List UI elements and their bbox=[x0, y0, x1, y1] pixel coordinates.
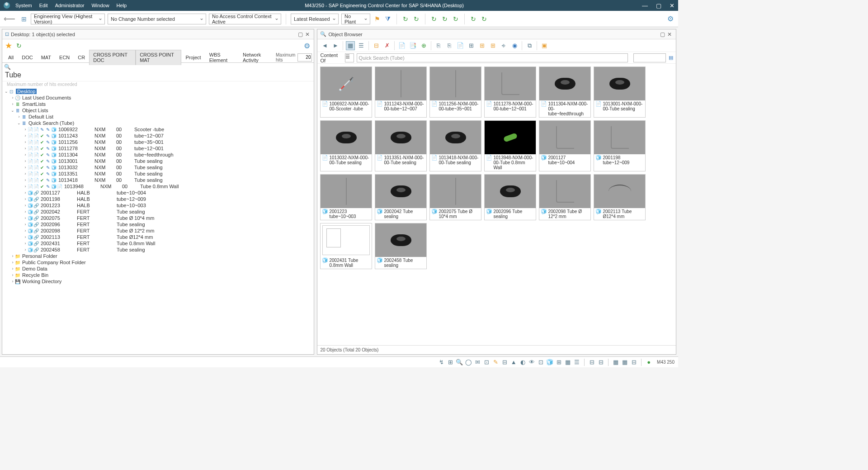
tab-doc[interactable]: DOC bbox=[18, 52, 37, 62]
sb-icon-3[interactable]: 🔍 bbox=[456, 359, 463, 366]
thumbnail[interactable]: 🧊2002096 Tube sealing bbox=[484, 174, 536, 220]
tree-row[interactable]: ›📁Recycle Bin bbox=[2, 272, 314, 278]
ob-close-icon[interactable]: ✕ bbox=[666, 31, 673, 38]
tree-row[interactable]: ›📄📄✔✎🧊📄1013948NXM00Tube 0.8mm Wall bbox=[2, 183, 314, 190]
thumbnail[interactable]: 📄1011304-NXM-000-00-tube~feedthrough bbox=[539, 66, 591, 118]
tree-row[interactable]: ›📄📄✔✎🧊1013418NXM00Tube sealing bbox=[2, 177, 314, 183]
link-icon[interactable]: ↻ bbox=[15, 42, 23, 50]
sb-icon-1[interactable]: ↯ bbox=[438, 359, 445, 366]
ob-maximize-icon[interactable]: ▢ bbox=[659, 31, 666, 38]
sb-icon-16[interactable]: ☰ bbox=[573, 359, 580, 366]
tree-row[interactable]: ›🧊🔗2002096FERTTube sealing bbox=[2, 221, 314, 228]
ob-tool-6-icon[interactable]: ⊞ bbox=[488, 41, 497, 50]
sb-icon-18[interactable]: ⊟ bbox=[597, 359, 604, 366]
ob-compare-icon[interactable]: ⧉ bbox=[525, 41, 534, 50]
favorite-icon[interactable]: ★ bbox=[5, 41, 12, 51]
tree-row[interactable]: ›📄📄✔✎🧊1011243NXM00tube~12~007 bbox=[2, 133, 314, 139]
ob-globe-icon[interactable]: ◉ bbox=[510, 41, 519, 50]
tree-row[interactable]: ›📄📄✔✎🧊1013001NXM00Tube sealing bbox=[2, 158, 314, 164]
sb-icon-21[interactable]: ⊟ bbox=[630, 359, 637, 366]
menu-help[interactable]: Help bbox=[117, 3, 127, 8]
thumbnail[interactable]: 🧊2002098 Tube Ø 12*2 mm bbox=[539, 174, 591, 220]
ob-stack-icon[interactable]: ▣ bbox=[540, 41, 549, 50]
ob-add-icon[interactable]: ⊕ bbox=[419, 41, 428, 50]
thumbnail[interactable]: 📄1013418-NXM-000-00-Tube sealing bbox=[429, 120, 481, 171]
refresh-b-icon[interactable]: ↻ bbox=[412, 15, 420, 23]
menu-window[interactable]: Window bbox=[91, 3, 109, 8]
tree-row[interactable]: ›📄📄✔✎🧊1011304NXM00tube~feedthrough bbox=[2, 152, 314, 158]
thumbnail[interactable]: 🧊2001223 tube~10~003 bbox=[320, 174, 372, 220]
tree-row[interactable]: ›🧊🔗2002113FERTTube Ø12*4 mm bbox=[2, 234, 314, 240]
action-5-icon[interactable]: ↻ bbox=[480, 15, 488, 23]
thumbnail[interactable]: 🧊2002431 Tube 0.8mm Wall bbox=[320, 223, 372, 269]
sb-icon-14[interactable]: ⊞ bbox=[555, 359, 562, 366]
tree-row[interactable]: ›🧊🔗2002075FERTTube Ø 10*4 mm bbox=[2, 215, 314, 221]
ob-breadcrumb-icon[interactable]: ☰ bbox=[345, 53, 354, 62]
thumbnail[interactable]: 🧊2002075 Tube Ø 10*4 mm bbox=[429, 174, 481, 220]
ob-nav-fwd-icon[interactable]: ► bbox=[331, 41, 340, 50]
thumbnail[interactable]: 📄1013001-NXM-000-00-Tube sealing bbox=[594, 66, 646, 118]
action-3-icon[interactable]: ↻ bbox=[452, 15, 460, 23]
ob-tool-7-icon[interactable]: ⎆ bbox=[499, 41, 508, 50]
ob-tool-3-icon[interactable]: 📄 bbox=[456, 41, 465, 50]
action-4-icon[interactable]: ↻ bbox=[469, 15, 477, 23]
thumbnail[interactable]: 🧊2002113 Tube Ø12*4 mm bbox=[594, 174, 646, 220]
tree-row[interactable]: ›🧊🔗2002098FERTTube Ø 12*2 mm bbox=[2, 228, 314, 234]
tree-row[interactable]: ›📁Public Company Root Folder bbox=[2, 259, 314, 266]
thumbnail[interactable]: 🧊2002042 Tube sealing bbox=[375, 174, 427, 220]
access-context-select[interactable]: No Access Control Context Active bbox=[209, 14, 281, 24]
minimize-button[interactable]: — bbox=[642, 2, 648, 9]
maximize-button[interactable]: ▢ bbox=[656, 2, 661, 9]
sb-icon-7[interactable]: ✎ bbox=[492, 359, 499, 366]
ob-tool-1-icon[interactable]: ⎘ bbox=[434, 41, 443, 50]
ob-doc-action-icon[interactable]: 📑 bbox=[408, 41, 417, 50]
thumbnail[interactable]: 🧊2001198 tube~12~009 bbox=[594, 120, 646, 171]
thumbnail[interactable]: 📄1011256-NXM-000-00-tube~35~001 bbox=[429, 66, 481, 118]
tree-row[interactable]: ›🧊🔗2001127HALBtube~10~004 bbox=[2, 190, 314, 196]
view-select[interactable]: Engineering View (Highest Version) bbox=[31, 14, 105, 24]
search-input[interactable] bbox=[4, 70, 303, 80]
plant-select[interactable]: No Plant bbox=[341, 14, 370, 24]
tree-row[interactable]: ›📄📄✔✎🧊1013032NXM00Tube sealing bbox=[2, 164, 314, 171]
flag-icon[interactable]: ⚑ bbox=[373, 15, 381, 23]
ob-view-toggle-icon[interactable]: ▤ bbox=[669, 55, 673, 61]
tree-row[interactable]: ⌄⊡Desktop bbox=[2, 88, 314, 95]
tree-row[interactable]: ›≣SmartLists bbox=[2, 101, 314, 107]
ob-quick-search[interactable]: Quick Search (Tube) bbox=[357, 53, 628, 62]
sb-icon-13[interactable]: 🧊 bbox=[546, 359, 553, 366]
tree-row[interactable]: ⌄≣Quick Search (Tube) bbox=[2, 120, 314, 126]
thumbnail[interactable]: 🧊2002458 Tube sealing bbox=[375, 223, 427, 269]
sb-icon-10[interactable]: ◐ bbox=[519, 359, 526, 366]
ob-check-icon[interactable]: ✗ bbox=[382, 41, 392, 50]
tab-project[interactable]: Project bbox=[181, 52, 205, 62]
tree-row[interactable]: ›🧊🔗2002431FERTTube 0.8mm Wall bbox=[2, 240, 314, 247]
thumbnail[interactable]: 📄1013032-NXM-000-00-Tube sealing bbox=[320, 120, 372, 171]
tree-row[interactable]: ⌄≣Object Lists bbox=[2, 107, 314, 114]
ob-tool-5-icon[interactable]: ⊞ bbox=[477, 41, 486, 50]
tab-ecn[interactable]: ECN bbox=[55, 52, 74, 62]
sb-icon-8[interactable]: ⊟ bbox=[501, 359, 508, 366]
ob-new-doc-icon[interactable]: 📄 bbox=[397, 41, 406, 50]
tree-row[interactable]: ›🧊🔗2001223HALBtube~10~003 bbox=[2, 202, 314, 209]
sb-icon-9[interactable]: ▲ bbox=[510, 359, 517, 366]
action-2-icon[interactable]: ↻ bbox=[441, 15, 449, 23]
max-hits-input[interactable] bbox=[297, 53, 312, 62]
thumbnail[interactable]: 📄1011278-NXM-000-00-tube~12~001 bbox=[484, 66, 536, 118]
sb-icon-5[interactable]: ✉ bbox=[474, 359, 481, 366]
ob-filter-box[interactable] bbox=[633, 53, 666, 62]
sb-icon-4[interactable]: ◯ bbox=[465, 359, 472, 366]
panel-maximize-icon[interactable]: ▢ bbox=[297, 31, 304, 38]
tab-mat[interactable]: MAT bbox=[37, 52, 55, 62]
tree-row[interactable]: ›📄📄✔✎🧊1011278NXM00tube~12~001 bbox=[2, 145, 314, 152]
tab-cr[interactable]: CR bbox=[74, 52, 89, 62]
tree-row[interactable]: ›🧊🔗2002458FERTTube sealing bbox=[2, 247, 314, 253]
settings-icon[interactable]: ⚙ bbox=[666, 15, 675, 23]
tree-row[interactable]: ›🧊🔗2002042FERTTube sealing bbox=[2, 209, 314, 215]
tree-view-icon[interactable]: ⊞ bbox=[20, 15, 28, 23]
panel-close-icon[interactable]: ✕ bbox=[304, 31, 311, 38]
thumbnail[interactable]: 🦯📄1006922-NXM-000-00-Scooter -tube bbox=[320, 66, 372, 118]
tab-all[interactable]: All bbox=[4, 52, 18, 62]
tree-row[interactable]: ›📁Personal Folder bbox=[2, 253, 314, 259]
filter-icon[interactable]: ⧩ bbox=[384, 15, 392, 23]
tree-row[interactable]: ›📄📄✔✎🧊1013351NXM00Tube sealing bbox=[2, 171, 314, 177]
